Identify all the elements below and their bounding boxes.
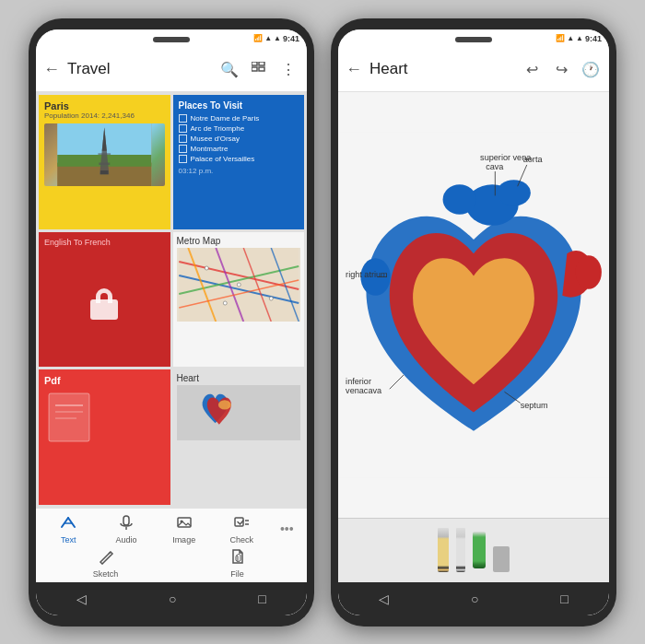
drawing-tools xyxy=(338,518,609,582)
redo-button[interactable]: ↪ xyxy=(550,61,572,78)
check-icon xyxy=(233,514,250,534)
nav-home-left[interactable]: ○ xyxy=(169,591,176,606)
pencil-shape xyxy=(438,528,449,572)
svg-point-47 xyxy=(443,184,476,214)
checkbox-4[interactable] xyxy=(179,155,187,163)
back-button-left[interactable]: ← xyxy=(43,60,60,79)
eiffel-svg xyxy=(44,123,165,186)
svg-point-22 xyxy=(205,266,208,270)
pdf-title: Pdf xyxy=(44,375,165,386)
sketch-label: Sketch xyxy=(93,569,119,579)
toolbar-text[interactable]: Text xyxy=(45,514,91,544)
notes-grid: Paris Population 2014: 2,241,346 xyxy=(36,92,307,508)
heart-card[interactable]: Heart xyxy=(173,369,305,504)
places-item-0: Notre Dame de Paris xyxy=(179,114,299,123)
places-label-2: Musee d'Orsay xyxy=(191,135,240,143)
audio-icon xyxy=(118,514,135,534)
lang-card[interactable]: English To French xyxy=(39,232,170,367)
places-card[interactable]: Places To Visit Notre Dame de Paris Arc … xyxy=(173,95,305,229)
sim-icon-right: 📶 xyxy=(556,34,565,42)
text-icon xyxy=(60,514,76,534)
audio-label: Audio xyxy=(115,535,136,544)
undo-button[interactable]: ↩ xyxy=(521,61,543,78)
places-label-0: Notre Dame de Paris xyxy=(191,114,260,123)
pencil-tool[interactable] xyxy=(438,528,449,572)
heart-preview-svg xyxy=(177,385,301,440)
svg-point-25 xyxy=(223,301,227,305)
left-phone-screen: 📶 ▲ ▲ 9:41 ← Travel 🔍 ⋮ xyxy=(36,29,307,615)
svg-point-24 xyxy=(269,297,273,300)
heart-detail-content[interactable]: superior vena cava aorta right atrium in… xyxy=(338,92,609,518)
pen-shape xyxy=(456,528,465,572)
nav-back-left[interactable]: ◁ xyxy=(76,591,87,606)
checkbox-3[interactable] xyxy=(179,145,187,153)
sketch-icon xyxy=(98,548,114,568)
checkbox-0[interactable] xyxy=(179,114,187,123)
svg-point-48 xyxy=(576,255,602,288)
checkbox-1[interactable] xyxy=(179,124,187,133)
places-time: 03:12 p.m. xyxy=(179,167,299,175)
signal-icon: ▲ xyxy=(274,34,281,42)
marker-tool[interactable] xyxy=(473,532,486,568)
metro-card[interactable]: Metro Map xyxy=(173,232,305,367)
heart-drawing: superior vena cava aorta right atrium in… xyxy=(338,92,609,518)
toolbar-sketch[interactable]: Sketch xyxy=(83,548,129,579)
app-bar-right: ← Heart ↩ ↪ 🕐 xyxy=(338,48,609,92)
eraser-shape xyxy=(493,546,510,572)
status-bar-right: 📶 ▲ ▲ 9:41 xyxy=(338,29,609,48)
paris-card[interactable]: Paris Population 2014: 2,241,346 xyxy=(39,95,170,229)
svg-rect-10 xyxy=(100,170,109,174)
nav-home-right[interactable]: ○ xyxy=(471,591,478,606)
heart-card-title: Heart xyxy=(177,373,301,383)
pdf-svg xyxy=(44,392,109,442)
signal-icon-right: ▲ xyxy=(576,34,583,42)
toolbar-row-1: Text Audio xyxy=(36,512,307,546)
status-icons-left: 📶 ▲ ▲ 9:41 xyxy=(253,34,299,43)
svg-text:cava: cava xyxy=(486,162,504,171)
nav-bar-right: ◁ ○ □ xyxy=(338,582,609,615)
search-button-left[interactable]: 🔍 xyxy=(218,61,240,78)
grid-button-left[interactable] xyxy=(248,62,270,77)
wifi-icon: ▲ xyxy=(264,34,272,42)
svg-point-23 xyxy=(237,283,240,287)
places-item-2: Musee d'Orsay xyxy=(179,135,299,143)
more-button-left[interactable]: ⋮ xyxy=(277,61,299,78)
sim-icon: 📶 xyxy=(253,34,263,42)
svg-rect-12 xyxy=(98,153,111,155)
history-button[interactable]: 🕐 xyxy=(580,61,602,78)
svg-rect-11 xyxy=(99,162,110,165)
bottom-toolbar: Text Audio xyxy=(36,508,307,582)
file-label: File xyxy=(230,569,244,579)
eraser-tool[interactable] xyxy=(493,546,510,572)
toolbar-check[interactable]: Check xyxy=(218,514,264,544)
time-left: 9:41 xyxy=(283,34,299,43)
svg-text:venacava: venacava xyxy=(346,386,382,395)
nav-recents-right[interactable]: □ xyxy=(560,591,568,606)
more-tools-button[interactable]: ••• xyxy=(276,518,298,540)
nav-back-right[interactable]: ◁ xyxy=(379,591,389,606)
time-right: 9:41 xyxy=(585,34,602,43)
pen-tool[interactable] xyxy=(456,528,465,572)
places-label-1: Arc de Triomphe xyxy=(191,124,245,133)
svg-rect-3 xyxy=(259,67,264,71)
metro-title: Metro Map xyxy=(177,236,301,246)
checkbox-2[interactable] xyxy=(179,135,187,143)
places-item-4: Palace of Versailles xyxy=(179,155,299,163)
heart-preview-image xyxy=(177,385,301,440)
status-bar-left: 📶 ▲ ▲ 9:41 xyxy=(36,29,307,48)
toolbar-image[interactable]: Image xyxy=(161,514,207,544)
svg-text:right atrium: right atrium xyxy=(346,269,388,278)
svg-rect-38 xyxy=(178,518,191,527)
svg-text:inferior: inferior xyxy=(346,377,371,386)
nav-recents-left[interactable]: □ xyxy=(258,591,265,606)
svg-rect-2 xyxy=(252,67,257,71)
pdf-card[interactable]: Pdf xyxy=(39,369,170,504)
back-button-right[interactable]: ← xyxy=(346,60,362,79)
image-icon xyxy=(176,514,193,534)
lock-body xyxy=(90,299,118,320)
metro-svg xyxy=(177,248,301,322)
toolbar-audio[interactable]: Audio xyxy=(103,514,149,544)
lock-icon xyxy=(90,288,118,320)
toolbar-file[interactable]: File xyxy=(215,548,261,579)
places-item-3: Montmartre xyxy=(179,145,299,153)
